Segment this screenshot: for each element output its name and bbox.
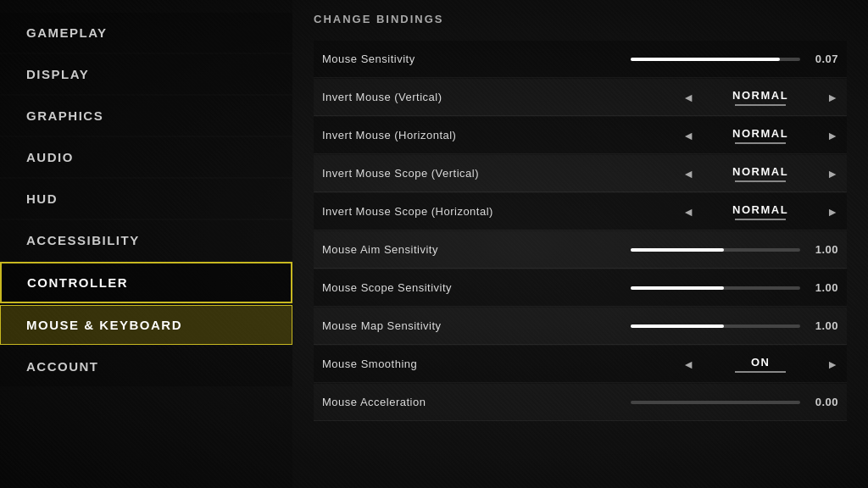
setting-label-mouse-scope-sensitivity: Mouse Scope Sensitivity bbox=[322, 281, 517, 294]
slider-container-mouse-aim-sensitivity[interactable]: 1.00 bbox=[517, 243, 838, 256]
toggle-container-mouse-smoothing: ◄ON► bbox=[517, 356, 838, 373]
setting-control-mouse-scope-sensitivity: 1.00 bbox=[517, 281, 838, 294]
setting-control-mouse-map-sensitivity: 1.00 bbox=[517, 319, 838, 332]
arrow-left-invert-mouse-scope-vertical[interactable]: ◄ bbox=[682, 167, 694, 180]
setting-control-invert-mouse-horizontal: ◄NORMAL► bbox=[517, 127, 838, 144]
setting-label-mouse-sensitivity: Mouse Sensitivity bbox=[322, 53, 517, 65]
toggle-value-invert-mouse-scope-horizontal: NORMAL bbox=[701, 203, 820, 216]
slider-value-mouse-acceleration: 0.00 bbox=[809, 396, 838, 408]
slider-track-mouse-aim-sensitivity[interactable] bbox=[631, 248, 800, 252]
setting-control-invert-mouse-scope-vertical: ◄NORMAL► bbox=[517, 165, 838, 182]
slider-track-mouse-sensitivity[interactable] bbox=[631, 58, 800, 61]
slider-fill-mouse-map-sensitivity bbox=[631, 324, 724, 328]
toggle-label-wrap-mouse-smoothing: ON bbox=[701, 356, 820, 373]
setting-row-mouse-map-sensitivity: Mouse Map Sensitivity1.00 bbox=[314, 308, 847, 345]
slider-track-mouse-acceleration[interactable] bbox=[631, 401, 800, 404]
sidebar-item-audio[interactable]: AUDIO bbox=[0, 137, 292, 177]
slider-container-mouse-map-sensitivity[interactable]: 1.00 bbox=[517, 319, 838, 332]
arrow-right-invert-mouse-horizontal[interactable]: ► bbox=[826, 129, 838, 142]
toggle-label-wrap-invert-mouse-scope-horizontal: NORMAL bbox=[701, 203, 820, 220]
slider-track-mouse-scope-sensitivity[interactable] bbox=[631, 286, 800, 290]
slider-value-mouse-scope-sensitivity: 1.00 bbox=[809, 281, 838, 294]
toggle-container-invert-mouse-vertical: ◄NORMAL► bbox=[517, 89, 838, 106]
arrow-left-invert-mouse-scope-horizontal[interactable]: ◄ bbox=[682, 205, 694, 219]
setting-row-invert-mouse-horizontal: Invert Mouse (Horizontal)◄NORMAL► bbox=[314, 117, 847, 154]
setting-row-invert-mouse-scope-horizontal: Invert Mouse Scope (Horizontal)◄NORMAL► bbox=[314, 193, 847, 230]
setting-row-mouse-aim-sensitivity: Mouse Aim Sensitivity1.00 bbox=[314, 231, 847, 269]
setting-control-mouse-acceleration: 0.00 bbox=[517, 396, 838, 408]
setting-row-invert-mouse-scope-vertical: Invert Mouse Scope (Vertical)◄NORMAL► bbox=[314, 155, 847, 192]
sidebar-item-hud[interactable]: HUD bbox=[0, 179, 292, 219]
toggle-label-wrap-invert-mouse-scope-vertical: NORMAL bbox=[701, 165, 820, 182]
slider-track-mouse-map-sensitivity[interactable] bbox=[631, 324, 800, 328]
setting-control-mouse-smoothing: ◄ON► bbox=[517, 356, 838, 373]
toggle-value-invert-mouse-vertical: NORMAL bbox=[701, 89, 820, 102]
setting-label-mouse-aim-sensitivity: Mouse Aim Sensitivity bbox=[322, 243, 517, 256]
toggle-underline-invert-mouse-scope-horizontal bbox=[735, 219, 786, 220]
toggle-underline-invert-mouse-vertical bbox=[735, 104, 786, 106]
toggle-container-invert-mouse-horizontal: ◄NORMAL► bbox=[517, 127, 838, 144]
setting-label-invert-mouse-horizontal: Invert Mouse (Horizontal) bbox=[322, 129, 517, 141]
slider-container-mouse-acceleration[interactable]: 0.00 bbox=[517, 396, 838, 408]
arrow-right-mouse-smoothing[interactable]: ► bbox=[826, 358, 838, 371]
setting-control-invert-mouse-scope-horizontal: ◄NORMAL► bbox=[517, 203, 838, 220]
setting-label-invert-mouse-scope-horizontal: Invert Mouse Scope (Horizontal) bbox=[322, 205, 517, 218]
toggle-value-invert-mouse-horizontal: NORMAL bbox=[701, 127, 820, 140]
arrow-right-invert-mouse-scope-vertical[interactable]: ► bbox=[826, 167, 838, 180]
slider-fill-mouse-aim-sensitivity bbox=[631, 248, 724, 252]
slider-value-mouse-sensitivity: 0.07 bbox=[809, 53, 838, 65]
slider-fill-mouse-sensitivity bbox=[631, 58, 780, 61]
slider-fill-mouse-scope-sensitivity bbox=[631, 286, 724, 290]
main-content: CHANGE BINDINGS Mouse Sensitivity0.07Inv… bbox=[292, 0, 868, 488]
setting-control-mouse-aim-sensitivity: 1.00 bbox=[517, 243, 838, 256]
arrow-right-invert-mouse-scope-horizontal[interactable]: ► bbox=[826, 205, 838, 219]
section-title: CHANGE BINDINGS bbox=[314, 13, 847, 30]
setting-label-invert-mouse-scope-vertical: Invert Mouse Scope (Vertical) bbox=[322, 167, 517, 180]
toggle-value-mouse-smoothing: ON bbox=[701, 356, 820, 369]
arrow-left-mouse-smoothing[interactable]: ◄ bbox=[682, 358, 694, 371]
setting-label-mouse-map-sensitivity: Mouse Map Sensitivity bbox=[322, 319, 517, 332]
toggle-value-invert-mouse-scope-vertical: NORMAL bbox=[701, 165, 820, 178]
setting-row-mouse-scope-sensitivity: Mouse Scope Sensitivity1.00 bbox=[314, 269, 847, 307]
arrow-left-invert-mouse-vertical[interactable]: ◄ bbox=[682, 91, 694, 104]
toggle-container-invert-mouse-scope-horizontal: ◄NORMAL► bbox=[517, 203, 838, 220]
setting-row-mouse-acceleration: Mouse Acceleration0.00 bbox=[314, 384, 847, 421]
arrow-right-invert-mouse-vertical[interactable]: ► bbox=[826, 91, 838, 104]
toggle-container-invert-mouse-scope-vertical: ◄NORMAL► bbox=[517, 165, 838, 182]
slider-value-mouse-aim-sensitivity: 1.00 bbox=[809, 243, 838, 256]
sidebar-item-gameplay[interactable]: GAMEPLAY bbox=[0, 13, 292, 53]
slider-value-mouse-map-sensitivity: 1.00 bbox=[809, 319, 838, 332]
arrow-left-invert-mouse-horizontal[interactable]: ◄ bbox=[682, 129, 694, 142]
setting-control-mouse-sensitivity: 0.07 bbox=[517, 53, 838, 65]
setting-control-invert-mouse-vertical: ◄NORMAL► bbox=[517, 89, 838, 106]
toggle-underline-invert-mouse-scope-vertical bbox=[735, 180, 786, 182]
sidebar-item-accessibility[interactable]: ACCESSIBILITY bbox=[0, 220, 292, 260]
slider-container-mouse-sensitivity[interactable]: 0.07 bbox=[517, 53, 838, 65]
sidebar-item-graphics[interactable]: GRAPHICS bbox=[0, 96, 292, 136]
toggle-underline-mouse-smoothing bbox=[735, 371, 786, 373]
sidebar-item-controller[interactable]: CONTROLLER bbox=[0, 262, 292, 303]
toggle-label-wrap-invert-mouse-vertical: NORMAL bbox=[701, 89, 820, 106]
setting-row-mouse-sensitivity: Mouse Sensitivity0.07 bbox=[314, 41, 847, 78]
setting-label-mouse-smoothing: Mouse Smoothing bbox=[322, 358, 517, 370]
setting-row-mouse-smoothing: Mouse Smoothing◄ON► bbox=[314, 346, 847, 383]
settings-list: Mouse Sensitivity0.07Invert Mouse (Verti… bbox=[314, 41, 847, 421]
sidebar-item-display[interactable]: DISPLAY bbox=[0, 54, 292, 94]
toggle-label-wrap-invert-mouse-horizontal: NORMAL bbox=[701, 127, 820, 144]
setting-label-mouse-acceleration: Mouse Acceleration bbox=[322, 396, 517, 408]
setting-label-invert-mouse-vertical: Invert Mouse (Vertical) bbox=[322, 91, 517, 103]
sidebar-item-account[interactable]: ACCOUNT bbox=[0, 347, 292, 386]
setting-row-invert-mouse-vertical: Invert Mouse (Vertical)◄NORMAL► bbox=[314, 79, 847, 116]
slider-container-mouse-scope-sensitivity[interactable]: 1.00 bbox=[517, 281, 838, 294]
toggle-underline-invert-mouse-horizontal bbox=[735, 142, 786, 144]
sidebar: GAMEPLAYDISPLAYGRAPHICSAUDIOHUDACCESSIBI… bbox=[0, 0, 292, 488]
sidebar-item-mouse-keyboard[interactable]: MOUSE & KEYBOARD bbox=[0, 305, 292, 345]
